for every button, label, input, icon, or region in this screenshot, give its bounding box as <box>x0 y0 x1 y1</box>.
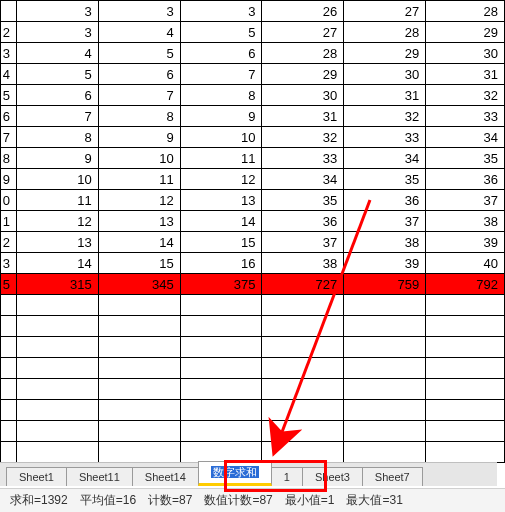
sheet-tab[interactable]: 数字求和 <box>198 461 272 486</box>
cell[interactable]: 37 <box>262 232 344 253</box>
cell[interactable]: 0 <box>1 190 17 211</box>
cell[interactable]: 39 <box>426 232 505 253</box>
empty-row[interactable] <box>1 400 505 421</box>
table-row[interactable]: 2345272829 <box>1 22 505 43</box>
cell[interactable]: 15 <box>180 232 262 253</box>
cell[interactable]: 12 <box>16 211 98 232</box>
table-row[interactable]: 5678303132 <box>1 85 505 106</box>
cell[interactable] <box>98 421 180 442</box>
cell[interactable] <box>426 400 505 421</box>
cell[interactable]: 15 <box>98 253 180 274</box>
cell[interactable]: 37 <box>426 190 505 211</box>
cell[interactable]: 13 <box>16 232 98 253</box>
cell[interactable] <box>344 379 426 400</box>
sheet-tab[interactable]: Sheet1 <box>6 467 67 486</box>
cell[interactable]: 32 <box>344 106 426 127</box>
cell[interactable] <box>180 316 262 337</box>
table-row[interactable]: 2131415373839 <box>1 232 505 253</box>
cell[interactable] <box>16 400 98 421</box>
cell[interactable] <box>1 400 17 421</box>
cell[interactable]: 34 <box>344 148 426 169</box>
empty-row[interactable] <box>1 379 505 400</box>
cell[interactable] <box>262 379 344 400</box>
cell[interactable]: 31 <box>426 64 505 85</box>
cell[interactable]: 30 <box>344 64 426 85</box>
cell[interactable] <box>1 337 17 358</box>
cell[interactable]: 9 <box>180 106 262 127</box>
cell[interactable]: 4 <box>1 64 17 85</box>
cell[interactable]: 10 <box>180 127 262 148</box>
empty-row[interactable] <box>1 358 505 379</box>
cell[interactable] <box>1 421 17 442</box>
cell[interactable]: 10 <box>98 148 180 169</box>
cell[interactable] <box>180 337 262 358</box>
table-row[interactable]: 4567293031 <box>1 64 505 85</box>
cell[interactable]: 31 <box>344 85 426 106</box>
cell[interactable] <box>98 295 180 316</box>
cell[interactable]: 792 <box>426 274 505 295</box>
cell[interactable]: 3 <box>180 1 262 22</box>
table-row[interactable]: 6789313233 <box>1 106 505 127</box>
table-row[interactable]: 1121314363738 <box>1 211 505 232</box>
cell[interactable]: 5 <box>1 85 17 106</box>
spreadsheet-grid[interactable]: 3332627282345272829345628293045672930315… <box>0 0 505 463</box>
cell[interactable]: 11 <box>98 169 180 190</box>
cell[interactable] <box>262 421 344 442</box>
cell[interactable]: 375 <box>180 274 262 295</box>
cell[interactable]: 16 <box>180 253 262 274</box>
cell[interactable]: 30 <box>262 85 344 106</box>
cell[interactable]: 34 <box>262 169 344 190</box>
cell[interactable]: 12 <box>180 169 262 190</box>
cell[interactable]: 14 <box>180 211 262 232</box>
cell[interactable] <box>98 442 180 463</box>
cell[interactable]: 36 <box>344 190 426 211</box>
cell[interactable]: 40 <box>426 253 505 274</box>
cell[interactable]: 8 <box>16 127 98 148</box>
cell[interactable] <box>180 295 262 316</box>
cell[interactable]: 31 <box>262 106 344 127</box>
cell[interactable]: 10 <box>16 169 98 190</box>
table-row[interactable]: 333262728 <box>1 1 505 22</box>
empty-row[interactable] <box>1 421 505 442</box>
cell[interactable] <box>262 295 344 316</box>
cell[interactable] <box>180 421 262 442</box>
cell[interactable]: 14 <box>16 253 98 274</box>
cell[interactable]: 2 <box>1 232 17 253</box>
cell[interactable]: 28 <box>426 1 505 22</box>
cell[interactable] <box>16 442 98 463</box>
cell[interactable] <box>426 358 505 379</box>
cell[interactable] <box>344 421 426 442</box>
cell[interactable] <box>344 295 426 316</box>
cell[interactable] <box>16 295 98 316</box>
table-row[interactable]: 891011333435 <box>1 148 505 169</box>
cell[interactable] <box>344 337 426 358</box>
cell[interactable]: 38 <box>262 253 344 274</box>
cell[interactable]: 7 <box>98 85 180 106</box>
cell[interactable]: 36 <box>426 169 505 190</box>
cell[interactable]: 3 <box>98 1 180 22</box>
cell[interactable]: 33 <box>262 148 344 169</box>
cell[interactable]: 11 <box>16 190 98 211</box>
cell[interactable] <box>1 358 17 379</box>
cell[interactable]: 5 <box>1 274 17 295</box>
cell[interactable]: 27 <box>344 1 426 22</box>
cell[interactable] <box>1 316 17 337</box>
cell[interactable]: 32 <box>426 85 505 106</box>
cell[interactable]: 9 <box>1 169 17 190</box>
cell[interactable]: 13 <box>98 211 180 232</box>
cell[interactable]: 8 <box>1 148 17 169</box>
cell[interactable] <box>16 337 98 358</box>
cell[interactable] <box>344 316 426 337</box>
cell[interactable]: 5 <box>98 43 180 64</box>
cell[interactable] <box>98 316 180 337</box>
table-row[interactable]: 0111213353637 <box>1 190 505 211</box>
cell[interactable] <box>180 400 262 421</box>
cell[interactable] <box>16 421 98 442</box>
cell[interactable]: 8 <box>180 85 262 106</box>
sum-row[interactable]: 5315345375727759792 <box>1 274 505 295</box>
table-row[interactable]: 9101112343536 <box>1 169 505 190</box>
cell[interactable] <box>1 379 17 400</box>
cell[interactable]: 3 <box>16 1 98 22</box>
cell[interactable] <box>16 316 98 337</box>
cell[interactable]: 6 <box>98 64 180 85</box>
